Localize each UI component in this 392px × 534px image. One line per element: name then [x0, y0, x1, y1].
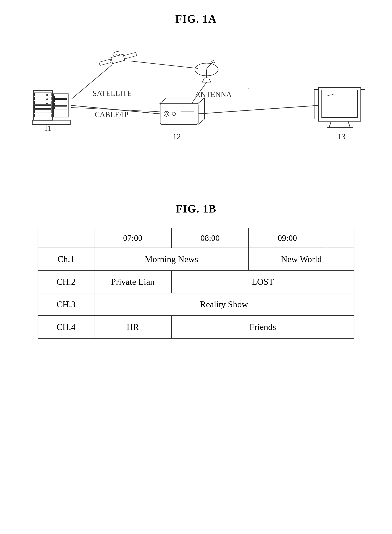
ch2-label: CH.2 [38, 271, 94, 293]
header-empty [38, 228, 94, 248]
svg-rect-6 [34, 114, 51, 117]
svg-point-35 [172, 112, 176, 116]
fig1a-diagram: 11 SATELLITE [27, 38, 365, 182]
ch1-program1: Morning News [94, 248, 249, 271]
table-row: CH.2 Private Lian LOST [38, 271, 354, 293]
svg-line-44 [327, 94, 335, 96]
svg-rect-18 [125, 52, 137, 59]
svg-rect-30 [160, 103, 198, 124]
label-13: 13 [337, 132, 345, 141]
svg-rect-17 [99, 59, 111, 66]
table-header-row: 07:00 08:00 09:00 [38, 228, 354, 248]
ch1-label: Ch.1 [38, 248, 94, 271]
svg-point-34 [165, 112, 168, 115]
svg-text:.: . [248, 82, 250, 90]
svg-point-9 [46, 103, 48, 104]
svg-point-28 [212, 61, 215, 63]
svg-rect-1 [34, 93, 51, 96]
table-row: CH.4 HR Friends [38, 316, 354, 338]
svg-rect-12 [55, 99, 67, 102]
schedule-table: 07:00 08:00 09:00 Ch.1 Morning News New … [37, 228, 355, 339]
ch3-program1: Reality Show [94, 293, 354, 316]
ch2-program2: LOST [172, 271, 354, 293]
svg-rect-45 [314, 89, 318, 119]
svg-point-8 [46, 98, 48, 100]
label-11: 11 [44, 124, 52, 132]
svg-rect-39 [318, 87, 361, 121]
svg-line-48 [198, 105, 318, 114]
svg-line-41 [329, 121, 331, 128]
svg-marker-32 [198, 98, 205, 124]
label-cable-ip: CABLE/IP [95, 110, 128, 119]
svg-rect-2 [34, 97, 51, 100]
ch1-program2: New World [249, 248, 354, 271]
header-corner [326, 228, 354, 248]
svg-rect-14 [55, 107, 67, 109]
header-time3: 09:00 [249, 228, 326, 248]
ch4-program2: Friends [172, 316, 354, 338]
ch2-program1: Private Lian [94, 271, 172, 293]
svg-line-42 [348, 121, 350, 128]
label-12: 12 [173, 132, 181, 141]
header-time2: 08:00 [172, 228, 249, 248]
label-satellite: SATELLITE [93, 89, 132, 98]
svg-line-20 [117, 54, 117, 56]
svg-line-24 [202, 78, 205, 82]
svg-rect-46 [361, 89, 365, 119]
ch4-program1: HR [94, 316, 172, 338]
svg-line-25 [209, 78, 211, 82]
ch4-label: CH.4 [38, 316, 94, 338]
svg-rect-40 [322, 90, 358, 117]
header-time1: 07:00 [94, 228, 172, 248]
fig1b-section: FIG. 1B 07:00 08:00 09:00 Ch.1 Morning N… [27, 203, 365, 339]
svg-rect-5 [34, 110, 51, 113]
svg-marker-31 [160, 98, 205, 103]
label-antenna: ANTENNA [195, 90, 232, 99]
svg-rect-11 [55, 96, 67, 98]
svg-point-7 [46, 94, 48, 96]
svg-rect-3 [34, 101, 51, 104]
svg-rect-13 [55, 103, 67, 106]
fig1b-title: FIG. 1B [176, 203, 216, 215]
page: FIG. 1A 11 [0, 0, 392, 534]
svg-line-50 [131, 61, 198, 68]
ch3-label: CH.3 [38, 293, 94, 316]
table-row: Ch.1 Morning News New World [38, 248, 354, 271]
svg-point-33 [164, 111, 169, 116]
fig1a-title: FIG. 1A [175, 13, 217, 25]
table-row: CH.3 Reality Show [38, 293, 354, 316]
svg-rect-4 [34, 105, 51, 108]
